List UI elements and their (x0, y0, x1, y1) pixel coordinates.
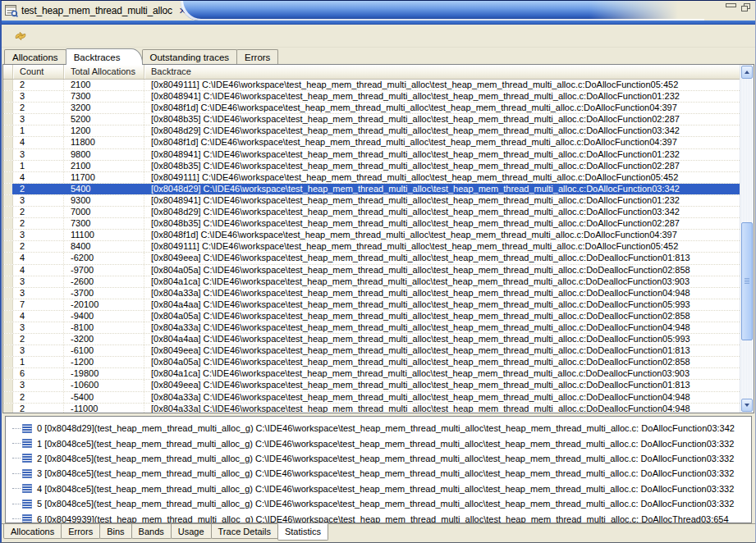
table-row[interactable]: 2-11000[0x804a33a] C:\IDE46\workspace\te… (3, 404, 740, 413)
stack-frame-icon (22, 424, 32, 433)
table-row[interactable]: 23200[0x8048f1d] C:\IDE46\workspace\test… (3, 103, 740, 114)
view-tab[interactable]: test_heap_mem_thread_multi_alloc ✕ (2, 1, 181, 21)
table-row[interactable]: 411800[0x8048f1d] C:\IDE46\workspace\tes… (3, 137, 740, 148)
table-row[interactable]: 3-3700[0x804a33a] C:\IDE46\workspace\tes… (3, 288, 740, 299)
table-cell: -20100 (64, 299, 144, 310)
view-action-toolbar (2, 25, 755, 48)
table-cell: -5400 (64, 392, 144, 403)
stack-frame[interactable]: 2 [0x8048ce5](test_heap_mem_thread_multi… (6, 451, 751, 466)
table-row[interactable]: 22100[0x8049111] C:\IDE46\workspace\test… (3, 80, 740, 91)
tab-bottom-bins[interactable]: Bins (99, 524, 131, 539)
table-row[interactable]: 311100[0x8048f1d] C:\IDE46\workspace\tes… (3, 230, 740, 241)
table-cell: 3 (13, 345, 64, 356)
table-cell: 1200 (64, 125, 144, 136)
stack-frame[interactable]: 1 [0x8048ce5](test_heap_mem_thread_multi… (6, 436, 751, 450)
tab-backtraces[interactable]: Backtraces (66, 48, 143, 65)
table-row[interactable]: 28400[0x8049111] C:\IDE46\workspace\test… (3, 241, 740, 253)
stack-frame-text: 4 [0x8048ce5](test_heap_mem_thread_multi… (37, 484, 734, 494)
table-row[interactable]: 4-9700[0x804a05a] C:\IDE46\workspace\tes… (3, 265, 740, 276)
tab-bottom-usage[interactable]: Usage (171, 524, 212, 539)
table-cell: 3 (13, 195, 64, 206)
column-header-total-allocations[interactable]: Total Allocations (64, 65, 144, 79)
table-cell: [0x8049111] C:\IDE46\workspace\test_heap… (144, 172, 740, 183)
table-row[interactable]: 3-8100[0x804a33a] C:\IDE46\workspace\tes… (3, 322, 740, 334)
tab-allocations[interactable]: Allocations (4, 49, 66, 64)
refresh-button[interactable] (11, 27, 30, 45)
table-row[interactable]: 1-1200[0x804a05a] C:\IDE46\workspace\tes… (3, 357, 740, 368)
column-header-count[interactable]: Count (13, 65, 64, 79)
table-row[interactable]: 4-6200[0x8049eea] C:\IDE46\workspace\tes… (3, 253, 740, 264)
maximize-icon[interactable] (741, 3, 750, 11)
table-cell: 1 (13, 161, 64, 171)
view-toolbar-buttons (704, 1, 755, 21)
minimize-icon[interactable] (726, 3, 736, 7)
table-row[interactable]: 2-5400[0x804a33a] C:\IDE46\workspace\tes… (3, 392, 740, 404)
table-row[interactable]: 39300[0x8048941] C:\IDE46\workspace\test… (3, 195, 740, 207)
trace-details-panel: 0 [0x8048d29](test_heap_mem_thread_multi… (5, 416, 752, 523)
table-cell: [0x8049111] C:\IDE46\workspace\test_heap… (144, 80, 740, 90)
table-cell (3, 80, 13, 90)
table-row[interactable]: 7-20100[0x804a4aa] C:\IDE46\workspace\te… (3, 299, 740, 311)
table-cell: [0x8048b35] C:\IDE46\workspace\test_heap… (144, 161, 740, 171)
table-cell: 2 (13, 404, 64, 413)
table-row[interactable]: 37300[0x8048941] C:\IDE46\workspace\test… (3, 91, 740, 103)
table-row[interactable]: 11200[0x8048d29] C:\IDE46\workspace\test… (3, 125, 740, 137)
table-row[interactable]: 411700[0x8049111] C:\IDE46\workspace\tes… (3, 172, 740, 184)
table-cell: [0x8048d29] C:\IDE46\workspace\test_heap… (144, 125, 740, 136)
memory-trace-view-window: test_heap_mem_thread_multi_alloc ✕ Alloc… (0, 0, 756, 543)
stack-frame[interactable]: 3 [0x8048ce5](test_heap_mem_thread_multi… (6, 466, 751, 481)
tab-outstanding-traces[interactable]: Outstanding traces (142, 49, 238, 64)
stack-frame[interactable]: 6 [0x8049939](test_heap_mem_thread_multi… (6, 511, 751, 523)
view-title: test_heap_mem_thread_multi_alloc (21, 5, 172, 16)
tab-bottom-bands[interactable]: Bands (131, 524, 172, 539)
table-cell (3, 161, 13, 171)
table-row[interactable]: 25400[0x8048d29] C:\IDE46\workspace\test… (3, 184, 740, 195)
tab-errors[interactable]: Errors (236, 49, 278, 64)
table-cell: [0x804a05a] C:\IDE46\workspace\test_heap… (144, 265, 740, 276)
table-cell: 5200 (64, 114, 144, 125)
table-cell: 1 (13, 125, 64, 136)
table-cell: -19800 (64, 368, 144, 379)
table-cell (3, 149, 13, 160)
table-row[interactable]: 27000[0x8048d29] C:\IDE46\workspace\test… (3, 207, 740, 218)
table-cell: -3200 (64, 334, 144, 345)
table-row[interactable]: 3-2600[0x804a1ca] C:\IDE46\workspace\tes… (3, 276, 740, 288)
vertical-scrollbar[interactable] (740, 65, 754, 413)
table-cell: [0x804a1ca] C:\IDE46\workspace\test_heap… (144, 368, 740, 379)
scroll-up-button[interactable] (741, 66, 753, 79)
titlebar-gradient (181, 1, 704, 21)
stack-frame[interactable]: 0 [0x8048d29](test_heap_mem_thread_multi… (6, 421, 751, 436)
table-cell: 2 (13, 334, 64, 345)
table-cell (3, 322, 13, 333)
table-row[interactable]: 39800[0x8048941] C:\IDE46\workspace\test… (3, 149, 740, 161)
table-cell (3, 137, 13, 148)
table-cell: [0x8049eea] C:\IDE46\workspace\test_heap… (144, 253, 740, 263)
refresh-icon (14, 30, 27, 43)
table-row[interactable]: 4-9400[0x804a05a] C:\IDE46\workspace\tes… (3, 311, 740, 322)
tab-bottom-statistics[interactable]: Statistics (277, 523, 328, 541)
column-header-backtrace[interactable]: Backtrace (144, 65, 740, 79)
table-cell: [0x8048f1d] C:\IDE46\workspace\test_heap… (144, 230, 740, 240)
tree-connector (12, 518, 21, 519)
table-row[interactable]: 12100[0x8048b35] C:\IDE46\workspace\test… (3, 161, 740, 172)
table-cell (3, 345, 13, 356)
table-row[interactable]: 2-3200[0x804a4aa] C:\IDE46\workspace\tes… (3, 334, 740, 345)
table-cell: 5400 (64, 184, 144, 194)
table-cell: [0x8048941] C:\IDE46\workspace\test_heap… (144, 195, 740, 206)
table-cell: 2 (13, 80, 64, 90)
scrollbar-thumb[interactable] (741, 222, 753, 340)
tab-bottom-allocations[interactable]: Allocations (3, 524, 62, 539)
stack-frame-icon (22, 484, 32, 493)
table-row[interactable]: 6-19800[0x804a1ca] C:\IDE46\workspace\te… (3, 368, 740, 380)
stack-frame-text: 0 [0x8048d29](test_heap_mem_thread_multi… (37, 423, 735, 433)
table-row[interactable]: 35200[0x8048b35] C:\IDE46\workspace\test… (3, 114, 740, 125)
stack-frame[interactable]: 5 [0x8048ce5](test_heap_mem_thread_multi… (6, 496, 751, 511)
table-row[interactable]: 27300[0x8048b35] C:\IDE46\workspace\test… (3, 218, 740, 230)
tab-bottom-trace-details[interactable]: Trace Details (211, 524, 278, 539)
table-row[interactable]: 3-10600[0x8049eea] C:\IDE46\workspace\te… (3, 380, 740, 391)
scroll-down-button[interactable] (741, 399, 753, 412)
table-cell: 7000 (64, 207, 144, 217)
stack-frame[interactable]: 4 [0x8048ce5](test_heap_mem_thread_multi… (6, 481, 751, 496)
tab-bottom-errors[interactable]: Errors (61, 524, 100, 539)
table-row[interactable]: 3-6100[0x8049eea] C:\IDE46\workspace\tes… (3, 345, 740, 357)
